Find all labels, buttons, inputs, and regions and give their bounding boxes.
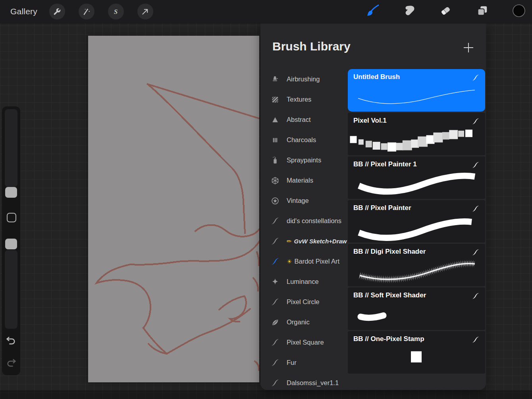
opacity-slider-handle[interactable] [5, 239, 17, 249]
brush-name: BB // Pixel Painter [353, 204, 411, 212]
charcoals-icon [270, 135, 280, 145]
brush-card-bb-soft-pixel-shader[interactable]: BB // Soft Pixel Shader [348, 287, 485, 330]
category-airbrushing[interactable]: Airbrushing [260, 69, 348, 89]
category-label: Luminance [287, 278, 319, 285]
spraypaint-icon [270, 155, 280, 166]
brush-size-slider-handle[interactable] [5, 187, 17, 198]
category-label: Abstract [287, 116, 311, 123]
undo-button[interactable] [6, 336, 17, 346]
category-label: Materials [287, 177, 313, 184]
brush-stroke-icon [270, 216, 280, 226]
category-list: AirbrushingTexturesAbstractCharcoalsSpra… [260, 69, 348, 390]
brush-name: Pixel Vol.1 [353, 117, 387, 125]
brush-card-bb-one-pixel-stamp[interactable]: BB // One-Pixel Stamp [348, 331, 485, 374]
brush-card-header: Pixel Vol.1 [348, 113, 485, 125]
selection-button[interactable]: S [108, 4, 124, 19]
top-toolbar: Gallery S [0, 0, 532, 23]
category-label: Pixel Circle [287, 298, 320, 306]
luminance-sparkle-icon [270, 277, 280, 287]
add-brush-button[interactable] [462, 41, 475, 54]
panel-title: Brush Library [272, 40, 351, 53]
brush-preview [348, 256, 485, 286]
category-luminance[interactable]: Luminance [260, 272, 348, 292]
sidebar-toolbar [2, 106, 20, 375]
category-pixel-circle[interactable]: Pixel Circle [260, 292, 348, 312]
brush-size-slider-track[interactable] [5, 109, 17, 187]
vintage-star-icon [270, 196, 280, 206]
category-spraypaints[interactable]: Spraypaints [260, 150, 348, 170]
brush-card-header: BB // Pixel Painter [348, 200, 485, 213]
smudge-tool-button[interactable] [403, 5, 416, 18]
adjustments-button[interactable] [79, 4, 94, 19]
brush-name: Untitled Brush [353, 73, 400, 81]
smudge-finger-icon [403, 4, 416, 19]
brush-stroke-icon [270, 297, 280, 307]
category-label: GvW Sketch+Draw [294, 238, 347, 245]
opacity-slider-track[interactable] [5, 250, 17, 329]
category-label: did's constellations [287, 217, 341, 225]
brush-stroke-icon [270, 337, 280, 348]
drawing-canvas[interactable] [88, 36, 259, 382]
layers-icon [476, 4, 489, 19]
brush-stroke-icon [270, 236, 280, 247]
transform-button[interactable] [137, 4, 153, 19]
brush-name: BB // Soft Pixel Shader [353, 291, 426, 299]
layers-tool-button[interactable] [476, 5, 489, 18]
brush-preview [348, 125, 485, 155]
category-gvw-sketch-draw[interactable]: ✏GvW Sketch+Draw [260, 231, 348, 251]
topbar-left-tools: S [49, 4, 153, 19]
brush-card-bb-pixel-painter[interactable]: BB // Pixel Painter [348, 200, 485, 243]
brush-list: Untitled BrushPixel Vol.1BB // Pixel Pai… [348, 69, 485, 390]
category-charcoals[interactable]: Charcoals [260, 130, 348, 150]
gallery-button[interactable]: Gallery [10, 7, 37, 16]
category-label: Fur [287, 359, 297, 366]
category-label: Airbrushing [287, 75, 320, 83]
materials-cube-icon [270, 175, 280, 186]
brush-card-bb-pixel-painter-1[interactable]: BB // Pixel Painter 1 [348, 156, 485, 199]
brush-preview [348, 343, 485, 374]
category-label: Pixel Square [287, 339, 324, 346]
magic-wand-icon [82, 8, 91, 16]
color-circle-icon [512, 4, 526, 19]
redo-button[interactable] [6, 358, 17, 368]
category-textures[interactable]: Textures [260, 89, 348, 110]
color-tool-button[interactable] [512, 5, 526, 18]
category-fur[interactable]: Fur [260, 353, 348, 373]
category-label: Textures [287, 96, 311, 103]
brush-stroke-icon [270, 358, 280, 368]
category-materials[interactable]: Materials [260, 170, 348, 191]
category-abstract[interactable]: Abstract [260, 110, 348, 130]
category-label: Vintage [287, 197, 309, 204]
actions-button[interactable] [49, 4, 65, 19]
category-label: Spraypaints [287, 156, 321, 164]
brush-card-pixel-vol-1[interactable]: Pixel Vol.1 [348, 113, 485, 155]
brush-card-bb-digi-pixel-shader[interactable]: BB // Digi Pixel Shader [348, 244, 485, 286]
category-did-s-constellations[interactable]: did's constellations [260, 211, 348, 231]
category-pixel-square[interactable]: Pixel Square [260, 332, 348, 353]
eraser-icon [439, 4, 452, 19]
modify-button[interactable] [7, 213, 16, 222]
paint-tool-button[interactable] [366, 5, 380, 18]
category-organic[interactable]: Organic [260, 312, 348, 332]
category-dalsomssi-ver1-1[interactable]: Dalsomssi_ver1.1 [260, 373, 348, 390]
paint-brush-icon [366, 4, 380, 19]
erase-tool-button[interactable] [439, 5, 453, 18]
category-label: Charcoals [287, 136, 316, 144]
swoosh-small-icon [472, 336, 480, 344]
brush-card-untitled-brush[interactable]: Untitled Brush [348, 69, 485, 112]
svg-text:S: S [114, 8, 118, 15]
textures-icon [270, 94, 280, 105]
selection-s-icon: S [112, 8, 120, 16]
sketch-drawing [88, 36, 259, 382]
brush-library-panel: Brush Library AirbrushingTexturesAbstrac… [260, 23, 486, 390]
brush-stroke-icon [270, 378, 280, 388]
swoosh-small-icon [472, 249, 480, 256]
transform-arrow-icon [141, 8, 149, 16]
brush-preview [348, 168, 485, 199]
category-bardot-pixel-art[interactable]: ☀Bardot Pixel Art [260, 251, 348, 272]
abstract-triangle-icon [270, 115, 280, 125]
swoosh-small-icon [472, 205, 480, 213]
category-vintage[interactable]: Vintage [260, 191, 348, 211]
category-label: Bardot Pixel Art [294, 258, 339, 265]
swoosh-small-icon [472, 118, 480, 125]
